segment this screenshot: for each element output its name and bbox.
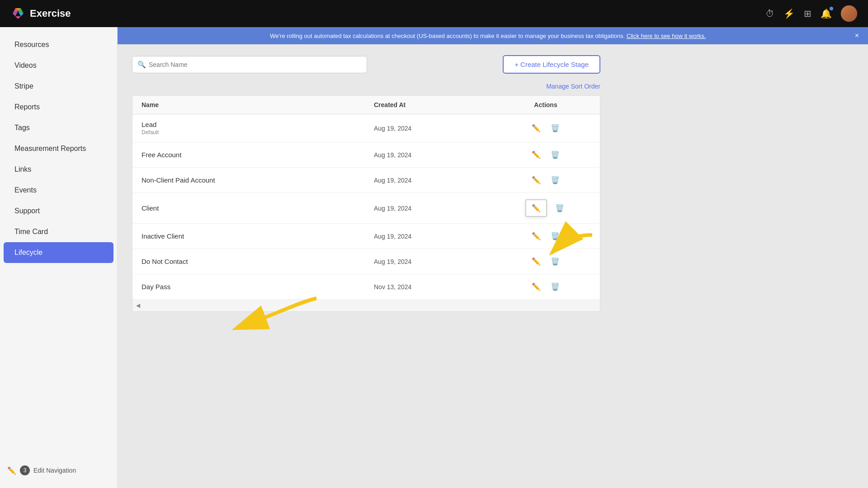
cell-name-do-not-contact: Do Not Contact [142,258,374,265]
search-icon: 🔍 [137,61,146,69]
edit-lead-button[interactable]: ✏️ [530,122,542,134]
row-name-free-account: Free Account [142,151,374,159]
main-layout: Resources Videos Stripe Reports Tags Mea… [0,27,868,488]
content-inner: 🔍 + Create Lifecycle Stage Manage Sort O… [118,44,615,323]
table-row: Free Account Aug 19, 2024 ✏️ 🗑️ [132,142,600,168]
notification-dot [830,7,833,10]
cell-actions-inactive-client: ✏️ 🗑️ [500,230,591,242]
row-name-client: Client [142,204,374,212]
row-name-do-not-contact: Do Not Contact [142,258,374,265]
cell-name-non-client: Non-Client Paid Account [142,176,374,184]
sidebar-nav: Resources Videos Stripe Reports Tags Mea… [0,34,117,263]
sidebar: Resources Videos Stripe Reports Tags Mea… [0,27,118,488]
col-header-name: Name [142,101,374,108]
sidebar-item-support[interactable]: Support [4,201,113,221]
manage-sort-order-link[interactable]: Manage Sort Order [546,83,600,90]
announcement-text: We're rolling out automated tax calculat… [127,33,849,39]
left-arrow-icon: ◀ [136,302,140,309]
history-icon[interactable]: ⏱ [765,9,774,19]
app-title: Exercise [30,8,71,19]
table-row: Do Not Contact Aug 19, 2024 ✏️ 🗑️ [132,249,600,274]
row-name-day-pass: Day Pass [142,283,374,291]
lifecycle-table: Name Created At Actions Lead Default Aug… [132,95,600,312]
edit-day-pass-button[interactable]: ✏️ [530,281,542,293]
delete-non-client-button[interactable]: 🗑️ [549,174,561,186]
avatar[interactable] [841,5,857,22]
edit-free-account-button[interactable]: ✏️ [530,149,542,161]
sidebar-item-measurement-reports[interactable]: Measurement Reports [4,138,113,159]
cell-date-non-client: Aug 19, 2024 [374,177,500,184]
cell-actions-lead: ✏️ 🗑️ [500,122,591,134]
cell-name-free-account: Free Account [142,151,374,159]
announcement-close-button[interactable]: × [855,32,859,40]
sort-order-row: Manage Sort Order [132,83,600,90]
cell-date-do-not-contact: Aug 19, 2024 [374,258,500,265]
cell-date-day-pass: Nov 13, 2024 [374,283,500,291]
delete-inactive-client-button[interactable]: 🗑️ [549,230,561,242]
logo-area: Exercise [11,6,71,21]
search-input[interactable] [132,56,367,73]
lightning-icon[interactable]: ⚡ [783,8,795,19]
cell-date-inactive-client: Aug 19, 2024 [374,233,500,240]
cell-actions-do-not-contact: ✏️ 🗑️ [500,255,591,267]
table-header: Name Created At Actions [132,96,600,114]
avatar-image [841,5,857,22]
cell-date-free-account: Aug 19, 2024 [374,151,500,159]
delete-lead-button[interactable]: 🗑️ [549,122,561,134]
cell-name-lead: Lead Default [142,121,374,136]
sidebar-item-links[interactable]: Links [4,159,113,180]
edit-inactive-client-button[interactable]: ✏️ [530,230,542,242]
edit-nav-icon: ✏️ [7,466,16,475]
sidebar-item-time-card[interactable]: Time Card [4,221,113,242]
edit-navigation-label[interactable]: Edit Navigation [33,467,76,474]
table-row: Non-Client Paid Account Aug 19, 2024 ✏️ … [132,168,600,193]
row-name-inactive-client: Inactive Client [142,232,374,240]
logo-icon [11,6,25,21]
cell-name-client: Client [142,204,374,212]
cell-date-client: Aug 19, 2024 [374,205,500,212]
table-row: Client Aug 19, 2024 ✏️ 🗑️ [132,193,600,224]
cell-name-inactive-client: Inactive Client [142,232,374,240]
top-bar: Exercise ⏱ ⚡ ⊞ 🔔 [0,0,868,27]
toolbar-row: 🔍 + Create Lifecycle Stage [132,55,600,74]
delete-do-not-contact-button[interactable]: 🗑️ [549,255,561,267]
delete-day-pass-button[interactable]: 🗑️ [549,281,561,293]
notification-icon[interactable]: 🔔 [821,8,832,19]
edit-do-not-contact-button[interactable]: ✏️ [530,255,542,267]
table-row: Inactive Client Aug 19, 2024 ✏️ 🗑️ [132,224,600,249]
sidebar-bottom: ✏️ 3 Edit Navigation [0,460,117,481]
sidebar-item-reports[interactable]: Reports [4,97,113,117]
sidebar-item-resources[interactable]: Resources [4,34,113,55]
edit-client-button[interactable]: ✏️ [525,199,547,217]
left-scroll-indicator: ◀ [132,300,600,311]
row-name-non-client: Non-Client Paid Account [142,176,374,184]
search-wrapper: 🔍 [132,56,367,73]
cell-date-lead: Aug 19, 2024 [374,125,500,132]
cell-actions-non-client: ✏️ 🗑️ [500,174,591,186]
create-lifecycle-stage-button[interactable]: + Create Lifecycle Stage [503,55,600,74]
cell-actions-client: ✏️ 🗑️ [500,199,591,217]
svg-marker-5 [15,16,21,19]
edit-non-client-button[interactable]: ✏️ [530,174,542,186]
row-name-lead: Lead [142,121,374,128]
col-header-actions: Actions [500,101,591,108]
delete-free-account-button[interactable]: 🗑️ [549,149,561,161]
announcement-link[interactable]: Click here to see how it works. [627,33,706,39]
cell-actions-day-pass: ✏️ 🗑️ [500,281,591,293]
sidebar-item-events[interactable]: Events [4,180,113,201]
sidebar-item-stripe[interactable]: Stripe [4,76,113,97]
delete-client-button[interactable]: 🗑️ [553,202,566,214]
nav-badge: 3 [20,465,30,475]
table-row: Lead Default Aug 19, 2024 ✏️ 🗑️ [132,114,600,142]
sidebar-item-videos[interactable]: Videos [4,55,113,76]
default-badge-lead: Default [142,129,374,136]
top-bar-right: ⏱ ⚡ ⊞ 🔔 [765,5,857,22]
table-row: Day Pass Nov 13, 2024 ✏️ 🗑️ [132,274,600,300]
cell-name-day-pass: Day Pass [142,283,374,291]
grid-icon[interactable]: ⊞ [804,8,811,19]
col-header-created-at: Created At [374,101,500,108]
cell-actions-free-account: ✏️ 🗑️ [500,149,591,161]
announcement-banner: We're rolling out automated tax calculat… [118,27,868,44]
sidebar-item-lifecycle[interactable]: Lifecycle [4,242,113,263]
sidebar-item-tags[interactable]: Tags [4,117,113,138]
